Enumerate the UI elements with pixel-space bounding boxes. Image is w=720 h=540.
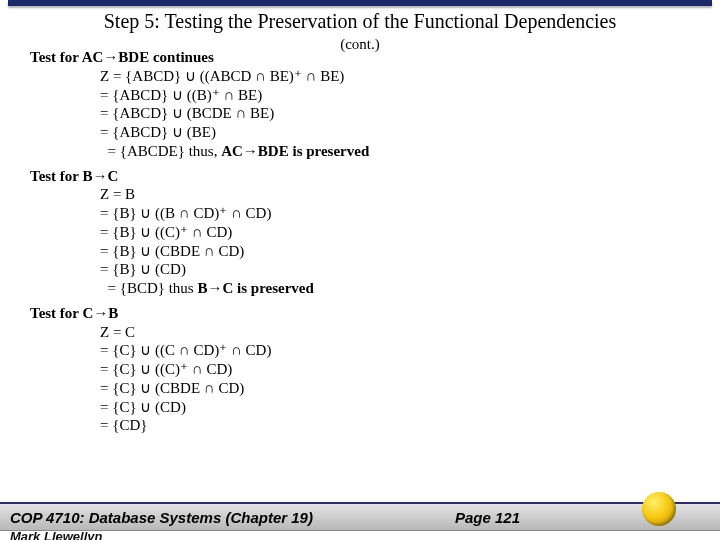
footer-bar: COP 4710: Database Systems (Chapter 19) …: [0, 502, 720, 531]
test2-block: Z = B = {B} ∪ ((B ∩ CD)⁺ ∩ CD) = {B} ∪ (…: [100, 185, 700, 298]
top-rule: [8, 0, 712, 6]
eq-line: Z = B: [100, 185, 700, 204]
eq-line: Z = {ABCD} ∪ ((ABCD ∩ BE)⁺ ∩ BE): [100, 67, 700, 86]
eq-line: Z = C: [100, 323, 700, 342]
test3-head: Test for C→B: [30, 304, 700, 323]
eq-line: = {C} ∪ (CD): [100, 398, 700, 417]
eq-line: = {C} ∪ ((C)⁺ ∩ CD): [100, 360, 700, 379]
eq-line: = {B} ∪ ((B ∩ CD)⁺ ∩ CD): [100, 204, 700, 223]
eq-line: = {C} ∪ ((C ∩ CD)⁺ ∩ CD): [100, 341, 700, 360]
test1-block: Z = {ABCD} ∪ ((ABCD ∩ BE)⁺ ∩ BE) = {ABCD…: [100, 67, 700, 161]
eq-line: = {ABCD} ∪ (BE): [100, 123, 700, 142]
test2-head: Test for B→C: [30, 167, 700, 186]
ucf-logo-icon: [642, 492, 676, 526]
eq-line: = {B} ∪ (CD): [100, 260, 700, 279]
eq-line: = {B} ∪ ((C)⁺ ∩ CD): [100, 223, 700, 242]
slide-title: Step 5: Testing the Preservation of the …: [0, 10, 720, 33]
eq-line: = {ABCD} ∪ (BCDE ∩ BE): [100, 104, 700, 123]
eq-line: = {ABCD} ∪ ((B)⁺ ∩ BE): [100, 86, 700, 105]
footer-page: Page 121: [455, 509, 520, 526]
eq-line: = {C} ∪ (CBDE ∩ CD): [100, 379, 700, 398]
eq-line: = {ABCDE} thus, AC→BDE is preserved: [100, 142, 700, 161]
footer-course: COP 4710: Database Systems (Chapter 19): [10, 509, 313, 526]
slide-body: Test for AC→BDE continues Z = {ABCD} ∪ (…: [30, 42, 700, 435]
eq-line: = {B} ∪ (CBDE ∩ CD): [100, 242, 700, 261]
eq-line: = {BCD} thus B→C is preserved: [100, 279, 700, 298]
eq-line: = {CD}: [100, 416, 700, 435]
footer-author: Mark Llewellyn: [0, 531, 720, 540]
test3-block: Z = C = {C} ∪ ((C ∩ CD)⁺ ∩ CD) = {C} ∪ (…: [100, 323, 700, 436]
test1-head: Test for AC→BDE continues: [30, 48, 700, 67]
footer: COP 4710: Database Systems (Chapter 19) …: [0, 502, 720, 540]
